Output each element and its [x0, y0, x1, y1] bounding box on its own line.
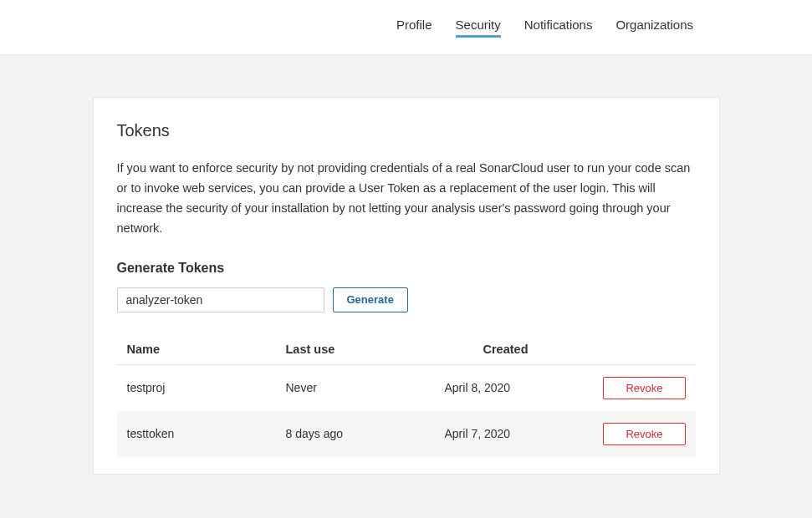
token-action-cell: Revoke: [577, 364, 696, 411]
account-nav: Profile Security Notifications Organizat…: [396, 18, 693, 38]
generate-tokens-title: Generate Tokens: [117, 261, 696, 276]
table-row: testtoken 8 days ago April 7, 2020 Revok…: [117, 411, 696, 457]
revoke-button[interactable]: Revoke: [603, 377, 685, 399]
tokens-card: Tokens If you want to enforce security b…: [93, 97, 720, 475]
tokens-title: Tokens: [117, 121, 696, 140]
col-header-created: Created: [435, 334, 577, 365]
nav-security[interactable]: Security: [456, 18, 501, 38]
table-row: testproj Never April 8, 2020 Revoke: [117, 364, 696, 411]
token-action-cell: Revoke: [577, 411, 696, 457]
col-header-last-use: Last use: [276, 334, 435, 365]
top-nav-bar: Profile Security Notifications Organizat…: [0, 0, 812, 55]
token-last-use-cell: 8 days ago: [276, 411, 435, 457]
token-created-cell: April 8, 2020: [435, 364, 577, 411]
token-name-input[interactable]: [117, 287, 324, 312]
tokens-description: If you want to enforce security by not p…: [117, 159, 696, 239]
token-last-use-cell: Never: [276, 364, 435, 411]
col-header-name: Name: [117, 334, 276, 365]
tokens-table: Name Last use Created testproj Never Apr…: [117, 334, 696, 457]
generate-token-row: Generate: [117, 287, 696, 312]
nav-organizations[interactable]: Organizations: [615, 18, 693, 38]
generate-button[interactable]: Generate: [333, 287, 408, 312]
col-header-action: [577, 334, 696, 365]
token-name-cell: testtoken: [117, 411, 276, 457]
nav-notifications[interactable]: Notifications: [524, 18, 593, 38]
nav-profile[interactable]: Profile: [396, 18, 432, 38]
revoke-button[interactable]: Revoke: [603, 423, 685, 445]
token-created-cell: April 7, 2020: [435, 411, 577, 457]
token-name-cell: testproj: [117, 364, 276, 411]
